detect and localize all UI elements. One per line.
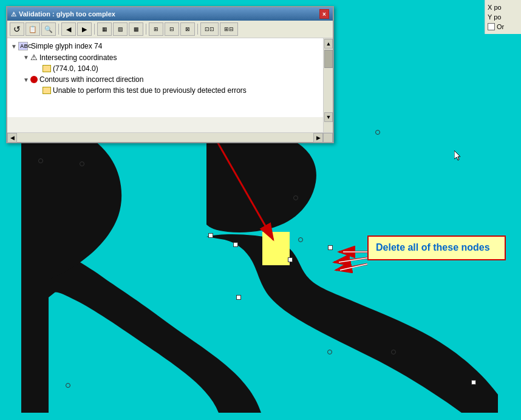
tree-item-coord[interactable]: (774.0, 104.0) [10, 63, 323, 74]
tree-icon-abc: ABC [18, 42, 28, 50]
node-point[interactable] [233, 242, 238, 247]
node-point[interactable] [236, 295, 241, 300]
annotation-text: Delete all of these nodes [376, 242, 490, 252]
dialog-title: Validation : glyph too complex [19, 10, 115, 18]
y-position-item: Y po [488, 12, 519, 22]
toolbar-scale2-btn[interactable]: ⊟ [165, 22, 179, 36]
x-position-label: X po [488, 4, 502, 11]
dialog-toolbar: ↺ 📋 🔍 ◀ ▶ ▦ ▨ ▩ ⊞ ⊟ ⊠ ⊡⊡ ⊞⊟ [7, 21, 333, 38]
node-circle[interactable] [293, 195, 298, 200]
close-icon: × [322, 11, 326, 18]
toolbar-sep2 [94, 24, 95, 35]
tree-label-intersecting: Intersecting coordinates [39, 53, 117, 62]
tree-toggle-unable [34, 86, 43, 95]
tree-label-coord: (774.0, 104.0) [53, 64, 98, 73]
toolbar-scale3-btn[interactable]: ⊠ [180, 22, 195, 36]
intersection-highlight [262, 232, 290, 265]
x-position-item: X po [488, 2, 519, 12]
hscroll-left-btn[interactable]: ◀ [7, 133, 17, 143]
tree-label-unable: Unable to perform this test due to previ… [53, 86, 247, 95]
node-circle[interactable] [391, 350, 396, 354]
scrollbar-thumb[interactable] [324, 50, 333, 68]
node-circle[interactable] [298, 237, 303, 242]
hscroll-right-btn[interactable]: ▶ [313, 133, 323, 143]
tree-toggle-root[interactable]: ▼ [10, 42, 18, 50]
dialog-scrollbar[interactable]: ▲ ▼ [323, 38, 333, 132]
node-point[interactable] [328, 245, 333, 250]
tree-toggle-intersecting[interactable]: ▼ [22, 53, 30, 62]
option-checkbox[interactable] [488, 23, 495, 30]
validation-dialog: ⚠ Validation : glyph too complex × ↺ 📋 🔍… [6, 6, 334, 143]
tree-label-contours: Contours with incorrect direction [39, 75, 143, 84]
tree-item-unable[interactable]: Unable to perform this test due to previ… [10, 85, 323, 96]
tree-icon-warning: ⚠ [30, 53, 38, 62]
toolbar-grid1-btn[interactable]: ▦ [97, 22, 112, 36]
toolbar-scale1-btn[interactable]: ⊞ [149, 22, 163, 36]
scrollbar-down-btn[interactable]: ▼ [324, 112, 333, 122]
toolbar-refresh-btn[interactable]: ↺ [10, 22, 24, 36]
svg-marker-9 [454, 151, 460, 160]
toolbar-sep1 [58, 24, 59, 35]
tree-label-root: Simple glyph index 74 [31, 42, 102, 50]
toolbar-copy-btn[interactable]: 📋 [26, 22, 40, 36]
dialog-hscroll: ◀ ▶ [7, 132, 333, 142]
scrollbar-up-btn[interactable]: ▲ [324, 39, 333, 49]
toolbar-grid2-btn[interactable]: ▨ [113, 22, 128, 36]
toolbar-prev-btn[interactable]: ◀ [61, 22, 76, 36]
toolbar-extra1-btn[interactable]: ⊡⊡ [200, 22, 219, 36]
toolbar-extra2-btn[interactable]: ⊞⊟ [220, 22, 238, 36]
tree-item-intersecting[interactable]: ▼ ⚠ Intersecting coordinates [10, 52, 323, 63]
dialog-titlebar: ⚠ Validation : glyph too complex × [7, 7, 333, 21]
node-circle[interactable] [38, 158, 43, 163]
node-circle[interactable] [80, 161, 84, 166]
node-circle[interactable] [375, 130, 380, 135]
checkbox-label: Or [497, 23, 504, 30]
toolbar-next-btn[interactable]: ▶ [77, 22, 92, 36]
checkbox-item[interactable]: Or [488, 22, 519, 32]
toolbar-grid3-btn[interactable]: ▩ [129, 22, 143, 36]
tree-item-root[interactable]: ▼ ABC Simple glyph index 74 [10, 41, 323, 52]
mouse-cursor [454, 151, 461, 161]
dialog-tree-area: ▼ ABC Simple glyph index 74 ▼ ⚠ Intersec… [7, 38, 333, 132]
toolbar-zoom-btn[interactable]: 🔍 [41, 22, 56, 36]
tree-toggle-coord [34, 64, 43, 73]
dialog-title-area: ⚠ Validation : glyph too complex [11, 10, 115, 18]
tree-icon-node-small [43, 65, 51, 72]
node-circle[interactable] [66, 383, 70, 388]
toolbar-sep4 [197, 24, 198, 35]
hscroll-corner [323, 133, 333, 143]
toolbar-sep3 [146, 24, 146, 35]
node-point[interactable] [471, 380, 476, 385]
right-panel: X po Y po Or [485, 0, 521, 34]
node-point[interactable] [208, 233, 213, 238]
node-point[interactable] [288, 257, 293, 262]
hscroll-track[interactable] [18, 134, 312, 141]
dialog-close-button[interactable]: × [319, 9, 329, 19]
node-circle[interactable] [327, 350, 332, 354]
tree-item-contours[interactable]: ▼ Contours with incorrect direction [10, 74, 323, 85]
annotation-box: Delete all of these nodes [367, 235, 506, 260]
tree-icon-error [30, 76, 38, 83]
y-position-label: Y po [488, 13, 501, 21]
tree-icon-unable [43, 87, 51, 94]
tree-toggle-contours[interactable]: ▼ [22, 75, 30, 84]
dialog-content: ▼ ABC Simple glyph index 74 ▼ ⚠ Intersec… [7, 38, 333, 117]
